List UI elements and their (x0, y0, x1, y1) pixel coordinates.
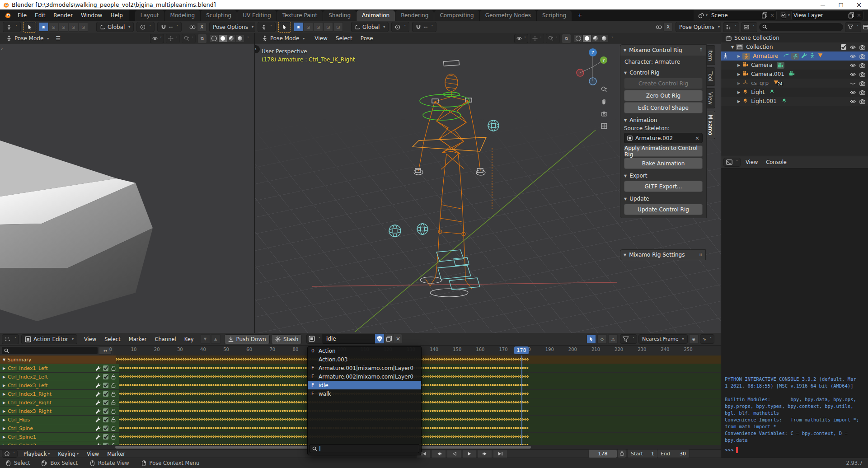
active-tool-button[interactable] (278, 22, 291, 33)
wrench-icon[interactable] (95, 383, 101, 388)
stash-button[interactable]: Stash (271, 334, 302, 344)
lock-open-icon[interactable] (111, 400, 116, 405)
scene-selector[interactable]: ▾ Scene × (698, 10, 777, 20)
button-edit-control-shape[interactable]: Edit Control Shape (624, 102, 703, 113)
channel-ctrl-index3-right[interactable]: ▶Ctrl_Index3_Right (0, 407, 119, 415)
channel-ctrl-spine1[interactable]: ▶Ctrl_Spine1 (0, 433, 119, 441)
channel-ctrl-index1-left[interactable]: ▶Ctrl_Index1_Left (0, 364, 119, 372)
xray-toggle[interactable]: ⧉ (197, 34, 207, 43)
eye-icon[interactable] (850, 71, 856, 77)
xray-toggle[interactable]: ⧉ (562, 34, 571, 43)
lock-open-icon[interactable] (111, 417, 116, 422)
outliner-row-scene-collection[interactable]: Scene Collection (721, 33, 868, 42)
eye-closed-icon[interactable] (850, 80, 856, 86)
menu-window[interactable]: Window (77, 9, 106, 21)
wrench-icon[interactable] (95, 426, 101, 431)
viewport-main[interactable]: Z Y Pose Mode▾ ViewSelectPose ˅˅˅⧉˅ ‹› U… (255, 33, 721, 333)
channel-ctrl-index1-right[interactable]: ▶Ctrl_Index1_Right (0, 390, 119, 398)
section-header-export[interactable]: ▼Export (624, 173, 703, 179)
eye-icon[interactable] (850, 44, 856, 50)
playhead[interactable] (521, 356, 522, 445)
preview-range-toggle[interactable] (617, 449, 626, 458)
channel-ctrl-index2-right[interactable]: ▶Ctrl_Index2_Right (0, 398, 119, 407)
select-mode-lasso[interactable]: ◱ (69, 22, 78, 32)
dropdown-item-armature-001-mixamo-com-layer0[interactable]: FArmature.001|mixamo.com|Layer0 (308, 364, 421, 372)
dropdown-item-walk[interactable]: Fwalk (308, 389, 421, 398)
outliner-search-input[interactable] (759, 23, 843, 31)
lock-open-icon[interactable] (111, 443, 116, 445)
jump-end-button[interactable] (493, 450, 507, 458)
channel-summary[interactable]: ▼Summary (0, 356, 116, 364)
view-layer-selector[interactable]: ▾ View Layer × (780, 10, 863, 20)
channel-ctrl-index3-left[interactable]: ▶Ctrl_Index3_Left (0, 381, 119, 389)
button-zero-out-rig[interactable]: Zero Out Rig (624, 90, 703, 101)
select-mode-box[interactable]: ◱ (304, 22, 313, 32)
toggle-perspective-icon[interactable] (601, 123, 607, 129)
orientation-dropdown[interactable]: Global▾ (351, 22, 389, 32)
section-header-animation[interactable]: ▼Animation (624, 117, 703, 123)
channel-ctrl-spine[interactable]: ▶Ctrl_Spine (0, 424, 119, 432)
lock-open-icon[interactable] (111, 365, 116, 371)
workspace-tab-animation[interactable]: Animation (357, 10, 395, 21)
proportional-icon[interactable] (189, 24, 196, 30)
expand-overlay-icon[interactable]: › (1, 46, 3, 51)
camera-view-icon[interactable] (601, 111, 607, 117)
dropdown-item-idle[interactable]: Fidle (308, 381, 421, 389)
dropdown-item-armature-002-mixamo-com-layer0[interactable]: FArmature.002|mixamo.com|Layer0 (308, 372, 421, 381)
pivot-dropdown[interactable]: ˅ (391, 22, 409, 32)
menu-file[interactable]: File (14, 9, 31, 21)
wrench-icon[interactable] (95, 374, 101, 379)
snap-dropdown[interactable]: ⊷˅ (157, 22, 182, 32)
wrench-icon[interactable] (95, 408, 101, 414)
editor-type-selector[interactable]: ˅ (723, 158, 741, 167)
menu-edit[interactable]: Edit (31, 9, 49, 21)
channel-enable-checkbox[interactable] (103, 365, 108, 371)
eye-icon[interactable] (850, 98, 856, 104)
workspace-tab-modeling[interactable]: Modeling (165, 10, 201, 21)
outliner-row-armature[interactable]: ▶Armature (721, 51, 868, 61)
button-apply-animation-to-control-rig[interactable]: Apply Animation to Control Rig (624, 145, 703, 157)
shading-wireframe[interactable] (574, 35, 582, 42)
add-workspace-button[interactable]: + (572, 10, 587, 21)
gizmo-dropdown[interactable]: ˅ (530, 34, 544, 43)
channel-enable-checkbox[interactable] (103, 383, 108, 388)
dope-menu-channel[interactable]: Channel (150, 333, 180, 345)
maximize-button[interactable]: □ (832, 0, 850, 9)
push-down-button[interactable]: Push Down (224, 334, 270, 344)
copy-icon[interactable] (761, 12, 768, 19)
shading-rendered[interactable] (600, 35, 608, 42)
console-menu-console[interactable]: Console (762, 156, 791, 168)
workspace-tab-rendering[interactable]: Rendering (395, 10, 434, 21)
outliner-row-light[interactable]: ▶Light (721, 88, 868, 97)
outliner-row-camera-001[interactable]: ▶Camera.001 (721, 70, 868, 79)
outliner-filter-type-dropdown[interactable]: ˅ (741, 22, 757, 32)
viewport-menu-pose[interactable]: Pose (357, 33, 377, 44)
dropdown-search-input[interactable] (310, 444, 419, 453)
playback-clock-dropdown[interactable]: ˅ (2, 450, 18, 458)
dope-menu-marker[interactable]: Marker (125, 333, 151, 345)
editor-type-selector[interactable]: ˅ (2, 334, 19, 344)
show-errors-toggle[interactable]: ⚠ (608, 334, 618, 344)
fake-user-toggle[interactable] (375, 334, 384, 343)
button-update-control-rig[interactable]: Update Control Rig (624, 204, 703, 215)
channel-search-input[interactable] (2, 347, 98, 354)
shading-solid[interactable] (583, 35, 591, 42)
pose-options-dropdown[interactable]: Pose Options▾ (676, 22, 723, 32)
channel-enable-checkbox[interactable] (103, 417, 108, 422)
outliner-display-dropdown[interactable]: ˅ (723, 22, 739, 32)
panel-title[interactable]: Mixamo Control Rig (629, 47, 697, 53)
shading-material[interactable] (227, 35, 235, 42)
shading-wireframe[interactable] (210, 35, 218, 42)
dope-menu-view[interactable]: View (80, 333, 100, 345)
timeline-menu-marker[interactable]: Marker (103, 450, 129, 458)
shading-rendered[interactable] (236, 35, 244, 42)
dropdown-item-action-003[interactable]: Action.003 (308, 355, 421, 364)
select-mode-paint[interactable]: ◱ (333, 22, 343, 32)
move-up-icon[interactable]: ▲ (211, 334, 221, 344)
unlink-action-button[interactable]: × (394, 334, 402, 343)
camera-photo-icon[interactable] (859, 44, 865, 50)
clear-icon[interactable]: × (695, 135, 699, 141)
eye-icon[interactable] (850, 62, 856, 68)
new-action-button[interactable] (385, 334, 394, 343)
workspace-tab-layout[interactable]: Layout (135, 10, 164, 21)
